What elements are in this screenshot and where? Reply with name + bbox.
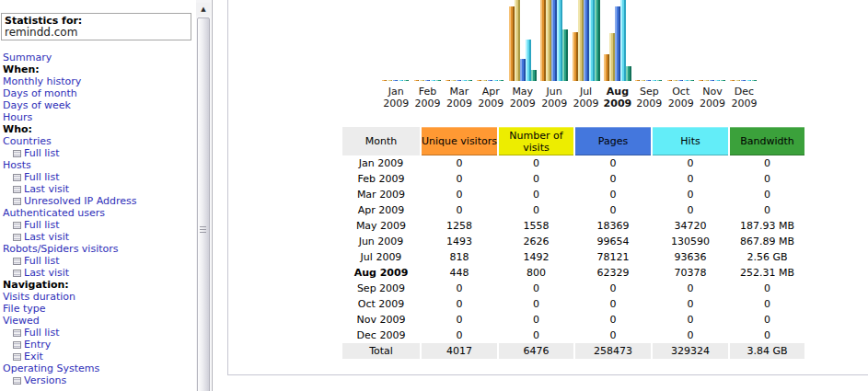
bar-unique-visitors	[382, 80, 387, 81]
column-header-month: Month	[342, 127, 420, 155]
sidebar-item-versions[interactable]: Versions	[3, 374, 137, 386]
month-label-may: May2009	[507, 86, 538, 109]
sidebar-item-entry[interactable]: Entry	[3, 339, 137, 351]
total-value-cell: 329324	[653, 343, 728, 359]
sidebar-item-monthly-history[interactable]: Monthly history	[3, 75, 137, 87]
main-content: Jan2009Feb2009Mar2009Apr2009May2009Jun20…	[227, 0, 868, 375]
sidebar-item-label[interactable]: Countries	[3, 135, 52, 147]
sidebar-item-label[interactable]: Full list	[24, 327, 59, 339]
sidebar-item-label[interactable]: Unresolved IP Address	[24, 195, 137, 207]
table-row-apr-2009: Apr 200900000	[342, 202, 804, 218]
sidebar-item-label[interactable]: Authenticated users	[3, 207, 105, 219]
value-cell: 0	[575, 187, 651, 202]
sidebar-item-label[interactable]: Operating Systems	[3, 362, 99, 374]
sidebar-scrollbar[interactable]: ▲	[196, 0, 211, 391]
bar-group-nov-2009	[697, 0, 728, 81]
sidebar-item-label[interactable]: Summary	[3, 52, 52, 63]
value-cell: 0	[575, 155, 651, 171]
sidebar-item-operating-systems[interactable]: Operating Systems	[3, 362, 137, 374]
month-cell: Jul 2009	[342, 249, 420, 265]
bar-unique-visitors	[667, 80, 672, 81]
total-value-cell: 6476	[499, 343, 573, 359]
sidebar-item-hosts[interactable]: Hosts	[3, 159, 137, 171]
sidebar-item-label[interactable]: Versions	[24, 374, 66, 386]
value-cell: 187.93 MB	[730, 218, 804, 234]
statistics-for-box: Statistics for: remindd.com	[1, 13, 191, 40]
sidebar-item-label[interactable]: Exit	[24, 351, 43, 362]
sidebar-item-label[interactable]: Last visit	[24, 231, 69, 243]
bar-unique-visitors	[730, 80, 735, 81]
sidebar-item-full-list[interactable]: Full list	[3, 327, 137, 339]
sidebar-item-label[interactable]: File type	[3, 303, 45, 315]
sidebar-item-full-list[interactable]: Full list	[3, 171, 137, 183]
list-icon	[13, 341, 21, 349]
sidebar-item-exit[interactable]: Exit	[3, 351, 137, 362]
sidebar-item-label[interactable]: Days of month	[3, 87, 77, 99]
sidebar-item-label[interactable]: Hours	[3, 111, 32, 123]
sidebar-item-last-visit[interactable]: Last visit	[3, 231, 137, 243]
sidebar-item-last-visit[interactable]: Last visit	[3, 267, 137, 279]
sidebar-item-label[interactable]: Full list	[24, 171, 59, 183]
sidebar-item-label[interactable]: Last visit	[24, 183, 69, 195]
bar-bandwidth-mb	[562, 29, 568, 81]
sidebar-item-label[interactable]: Visits duration	[3, 291, 75, 303]
sidebar-item-robots-spiders-visitors[interactable]: Robots/Spiders visitors	[3, 243, 137, 255]
month-cell: Mar 2009	[342, 187, 420, 202]
value-cell: 130590	[653, 234, 728, 249]
bar-bandwidth-mb	[721, 80, 725, 81]
sidebar-item-days-of-week[interactable]: Days of week	[3, 99, 137, 111]
sidebar-item-visits-duration[interactable]: Visits duration	[3, 291, 137, 303]
value-cell: 34720	[653, 218, 728, 234]
sidebar-item-viewed[interactable]: Viewed	[3, 315, 137, 327]
value-cell: 800	[499, 265, 573, 281]
list-icon	[13, 186, 21, 193]
sidebar-item-last-visit[interactable]: Last visit	[3, 183, 137, 195]
sidebar-item-label[interactable]: Entry	[24, 339, 51, 351]
sidebar-item-days-of-month[interactable]: Days of month	[3, 87, 137, 99]
sidebar-item-label[interactable]: Hosts	[3, 159, 31, 171]
sidebar-item-label[interactable]: Viewed	[3, 315, 40, 327]
sidebar-item-summary[interactable]: Summary	[3, 52, 137, 63]
sidebar-item-label[interactable]: Full list	[24, 147, 59, 159]
bar-bandwidth-mb	[499, 80, 503, 81]
sidebar-item-label[interactable]: Days of week	[3, 99, 71, 111]
sidebar-item-label[interactable]: Full list	[24, 255, 59, 267]
sidebar-item-hours[interactable]: Hours	[3, 111, 137, 123]
scroll-up-icon[interactable]: ▲	[196, 3, 211, 16]
sidebar-item-label[interactable]: Last visit	[24, 267, 69, 279]
value-cell: 1492	[499, 249, 573, 265]
value-cell: 0	[653, 328, 728, 343]
sidebar-item-label[interactable]: Robots/Spiders visitors	[3, 243, 119, 255]
sidebar-item-full-list[interactable]: Full list	[3, 147, 137, 159]
frame-divider	[212, 0, 213, 391]
table-row-total: Total401764762584733293243.84 GB	[342, 343, 804, 359]
value-cell: 0	[653, 202, 728, 218]
sidebar-item-label[interactable]: Monthly history	[3, 75, 81, 87]
value-cell: 0	[422, 296, 497, 312]
sidebar-item-full-list[interactable]: Full list	[3, 219, 137, 231]
value-cell: 0	[653, 155, 728, 171]
column-header-bandwidth: Bandwidth	[730, 127, 804, 155]
value-cell: 0	[575, 281, 651, 296]
column-header-number-of-visits: Number of visits	[499, 127, 573, 155]
value-cell: 1493	[422, 234, 497, 249]
month-cell: Nov 2009	[342, 312, 420, 328]
value-cell: 0	[422, 281, 497, 296]
sidebar-item-label: When:	[3, 63, 40, 75]
sidebar-item-file-type[interactable]: File type	[3, 303, 137, 315]
column-header-pages: Pages	[575, 127, 651, 155]
sidebar-item-countries[interactable]: Countries	[3, 135, 137, 147]
month-cell: Feb 2009	[342, 171, 420, 187]
sidebar-item-unresolved-ip-address[interactable]: Unresolved IP Address	[3, 195, 137, 207]
value-cell: 0	[575, 202, 651, 218]
sidebar-item-authenticated-users[interactable]: Authenticated users	[3, 207, 137, 219]
value-cell: 0	[653, 171, 728, 187]
sidebar-item-full-list[interactable]: Full list	[3, 255, 137, 267]
bar-hits	[431, 80, 435, 81]
column-header-unique-visitors: Unique visitors	[422, 127, 497, 155]
scrollbar-thumb[interactable]	[197, 17, 210, 391]
sidebar-item-label[interactable]: Full list	[24, 219, 59, 231]
value-cell: 2626	[499, 234, 573, 249]
bar-group-feb-2009	[411, 0, 443, 81]
bar-hits	[684, 80, 689, 81]
